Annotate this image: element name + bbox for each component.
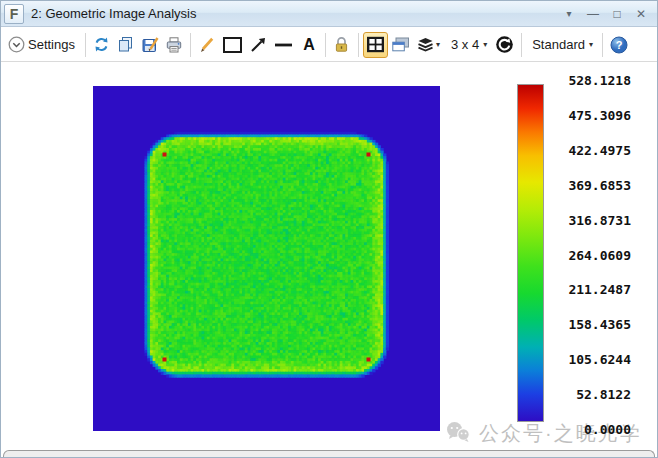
auto-update-icon [495,35,514,54]
layers-dropdown-arrow: ▾ [435,40,442,49]
docked-window-edge [3,450,655,458]
colormap-dropdown-arrow: ▾ [588,40,595,49]
svg-text:?: ? [616,39,623,51]
colorbar-tick-label: 211.2487 [568,282,631,297]
arrow-icon [249,36,267,54]
lock-icon [334,36,349,53]
line-icon [273,36,294,54]
wechat-icon [445,421,471,447]
colormap-label: Standard [529,37,588,52]
geometric-image-analysis-window: F 2: Geometric Image Analysis ▾ — □ ✕ Se… [0,0,658,458]
colorbar-tick-label: 52.8122 [576,387,631,402]
colorbar-tick-label: 105.6244 [568,352,631,367]
separator [521,33,522,57]
separator [602,33,603,57]
arrow-tool-button[interactable] [246,32,270,58]
settings-chevron-icon [8,36,25,53]
settings-label: Settings [25,37,78,52]
copy-icon [117,36,134,53]
separator [325,33,326,57]
maximize-button[interactable]: □ [607,4,627,24]
grid-size-dropdown-arrow: ▾ [482,40,489,49]
colorbar-tick-label: 316.8731 [568,213,631,228]
split-window-button[interactable] [363,32,388,58]
lock-button[interactable] [330,32,354,58]
window-controls: ▾ — □ ✕ [559,1,651,27]
colormap-dropdown[interactable]: Standard ▾ [526,32,598,58]
text-tool-icon: A [301,36,317,54]
settings-button[interactable]: Settings [5,32,81,58]
colorbar-tick-label: 264.0609 [568,248,631,263]
separator [358,33,359,57]
print-button[interactable] [162,32,186,58]
rectangle-icon [222,36,243,54]
window-title: 2: Geometric Image Analysis [31,6,196,21]
layers-icon [416,37,435,53]
colorbar-tick-label: 369.6853 [568,178,631,193]
grid-size-label: 3 x 4 [448,37,482,52]
colorbar-tick-label: 0.0000 [584,422,631,437]
save-icon [141,36,159,54]
copy-button[interactable] [114,32,138,58]
save-button[interactable] [138,32,162,58]
colorbar-tick-label: 158.4365 [568,317,631,332]
refresh-icon [93,36,110,53]
line-tool-button[interactable] [270,32,297,58]
split-window-icon [366,36,385,53]
pencil-icon [198,36,216,54]
toolbar: Settings [1,28,657,62]
window-menu-button[interactable]: ▾ [559,4,579,24]
rectangle-tool-button[interactable] [219,32,246,58]
grid-size-dropdown[interactable]: 3 x 4 ▾ [445,32,492,58]
print-icon [165,36,183,54]
refresh-button[interactable] [90,32,114,58]
pencil-tool-button[interactable] [195,32,219,58]
cascade-window-icon [391,36,410,53]
text-tool-button[interactable]: A [297,32,321,58]
colorbar [517,84,544,422]
colorbar-tick-label: 528.1218 [568,73,631,88]
titlebar: F 2: Geometric Image Analysis ▾ — □ ✕ [1,1,657,27]
close-button[interactable]: ✕ [631,4,651,24]
minimize-button[interactable]: — [583,4,603,24]
separator [85,33,86,57]
auto-update-button[interactable] [492,32,517,58]
layers-button[interactable]: ▾ [413,32,445,58]
cascade-window-button[interactable] [388,32,413,58]
colorbar-tick-label: 422.4975 [568,143,631,158]
help-icon: ? [610,36,628,54]
separator [190,33,191,57]
geometric-image-plot [93,86,440,431]
help-button[interactable]: ? [607,32,631,58]
colorbar-tick-label: 475.3096 [568,108,631,123]
window-icon: F [4,4,24,24]
